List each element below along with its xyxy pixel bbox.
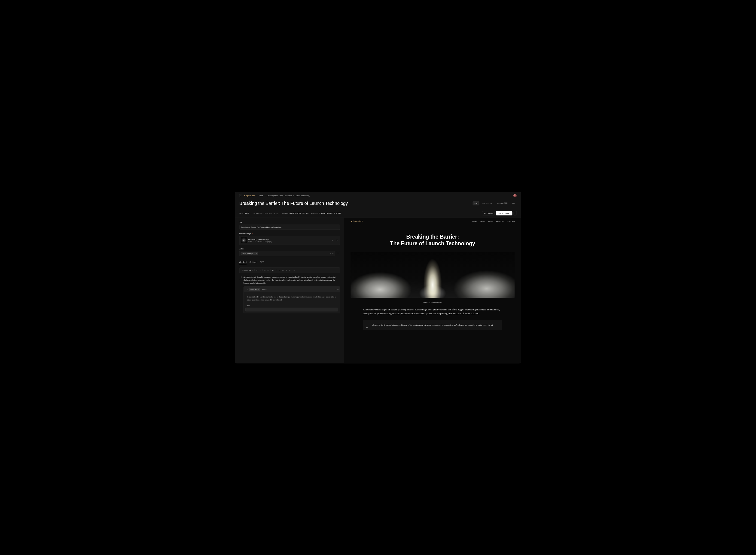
breadcrumb-page: Breaking the Barrier: The Future of Laun… [267,195,310,197]
tab-api[interactable]: API [510,201,517,205]
align-left-icon [256,269,258,271]
link-icon [484,212,486,214]
nav-media[interactable]: Media [489,220,493,222]
subtab-content[interactable]: Content [239,259,247,265]
nav-news[interactable]: News [472,220,477,222]
field-title: Title [239,221,340,229]
block-body[interactable]: Escaping Earth's gravitational pull is o… [245,294,338,303]
link-icon [293,269,295,271]
superscript-button[interactable]: X2 [288,269,291,272]
outdent-icon [264,269,265,271]
breadcrumb-section[interactable]: Posts [259,195,263,197]
chevron-up-icon[interactable] [337,289,338,290]
outdent-button[interactable] [263,269,266,272]
nav-company[interactable]: Company [507,220,514,222]
close-icon [336,240,338,241]
chevron-down-icon[interactable] [332,253,333,254]
field-featured-image: Featured Image * launch-blog-featured-im… [239,232,340,245]
author-chip: Carlos Montoya [241,252,258,255]
breadcrumb-brand[interactable]: SpaceTech [244,195,255,197]
sparkle-icon [244,195,245,196]
add-author-button[interactable] [336,251,340,255]
nav-resources[interactable]: Resources [496,220,504,222]
add-block-icon[interactable]: + [239,279,242,281]
image-card: launch-blog-featured-image 80KB — 1920x1… [239,236,340,245]
chevron-down-icon [252,270,253,271]
subscript-button[interactable]: X2 [285,269,288,272]
preview-hero-image [350,252,514,298]
preview-byline: Written by Carlos Montoya [344,298,521,308]
subtab-seo[interactable]: SEO [260,259,264,265]
strike-button[interactable]: S [282,269,285,272]
editor-panel: Title Featured Image * launch-blog-featu… [235,218,344,363]
edit-icon [332,239,333,241]
italic-button[interactable]: I [275,269,278,272]
sparkle-icon [350,221,352,222]
preview-intro: As humanity sets its sights on deeper sp… [344,308,521,315]
menu-button[interactable] [239,194,242,197]
indent-button[interactable] [267,269,270,272]
chevron-down-icon [260,270,261,270]
image-info: launch-blog-featured-image 80KB — 1920x1… [248,238,330,242]
tab-edit[interactable]: Edit [473,201,479,205]
view-tabs: Edit Live Preview Versions24 API [473,201,517,205]
more-vertical-icon [515,212,515,214]
block-gutter: ⋮⋮ + [239,276,242,281]
remove-image-button[interactable] [335,239,338,242]
link-button[interactable] [293,269,296,272]
preview-button[interactable]: Preview [482,211,495,215]
split-view: Title Featured Image * launch-blog-featu… [235,218,521,363]
menu-icon [240,195,242,196]
edit-icon[interactable] [254,253,255,254]
format-select[interactable]: Normal Text [241,269,254,271]
breadcrumb-sep: / [265,195,265,197]
underline-button[interactable]: U [278,269,281,272]
author-name: Carlos Montoya [242,253,253,255]
drag-handle-icon[interactable]: ⋮⋮ [245,288,248,291]
status-group: Status: Draft [239,212,249,214]
author-select[interactable]: Carlos Montoya [239,251,335,256]
block-type[interactable]: Quote Block [249,288,260,291]
preview-brand[interactable]: SpaceTech [350,220,363,222]
tab-versions[interactable]: Versions24 [495,201,509,205]
topbar: SpaceTech / Posts / Breaking the Barrier… [235,192,521,199]
title-input[interactable] [239,224,340,229]
bold-button[interactable]: B [271,269,275,272]
align-button[interactable] [256,269,258,272]
nav-events[interactable]: Events [480,220,485,222]
more-button[interactable] [514,211,517,215]
subtab-settings[interactable]: Settings [250,259,257,265]
align-chevron[interactable] [259,269,262,272]
preview-quote: Escaping Earth's gravitational pull is o… [363,320,502,330]
title-bar: Breaking the Barrier: The Future of Laun… [235,199,521,209]
close-icon[interactable] [256,253,257,254]
status-actions: Preview Publish Changes [482,211,517,215]
tab-live-preview[interactable]: Live Preview [480,201,494,205]
preview-nav: News Events Media Resources Company [472,220,514,222]
editor-subtabs: Content Settings SEO [239,259,340,265]
modified-group: Modified: July 13th 2024, 9:55 AM [282,212,308,214]
credit-label: Credit [244,304,340,308]
image-thumbnail[interactable] [241,237,247,243]
credit-input[interactable] [245,308,338,311]
block-variant[interactable]: Product [261,288,268,291]
plus-icon [337,252,339,254]
intro-paragraph[interactable]: As humanity sets its sights on deeper sp… [244,275,340,284]
close-icon[interactable] [330,253,331,254]
publish-button[interactable]: Publish Changes [496,211,512,215]
drag-handle-icon[interactable]: ⋮⋮ [239,276,242,278]
app-window: SpaceTech / Posts / Breaking the Barrier… [235,192,521,363]
last-saved: Last saved less than a minute ago [252,212,279,214]
text-icon [242,269,243,271]
editor-body[interactable]: ⋮⋮ + As humanity sets its sights on deep… [239,275,340,313]
preview-title: Breaking the Barrier:The Future of Launc… [344,225,521,252]
created-group: Created: October 17th 2023, 2:47 PM [311,212,341,214]
field-author: Author Carlos Montoya [239,248,340,256]
breadcrumb-sep: / [256,195,257,197]
edit-image-button[interactable] [331,239,334,242]
close-icon[interactable] [334,289,336,290]
preview-header: SpaceTech News Events Media Resources Co… [344,218,521,225]
editor-toolbar: Normal Text B I U S X2 X2 [239,267,340,273]
image-label: Featured Image * [239,232,340,234]
avatar[interactable] [513,194,517,197]
